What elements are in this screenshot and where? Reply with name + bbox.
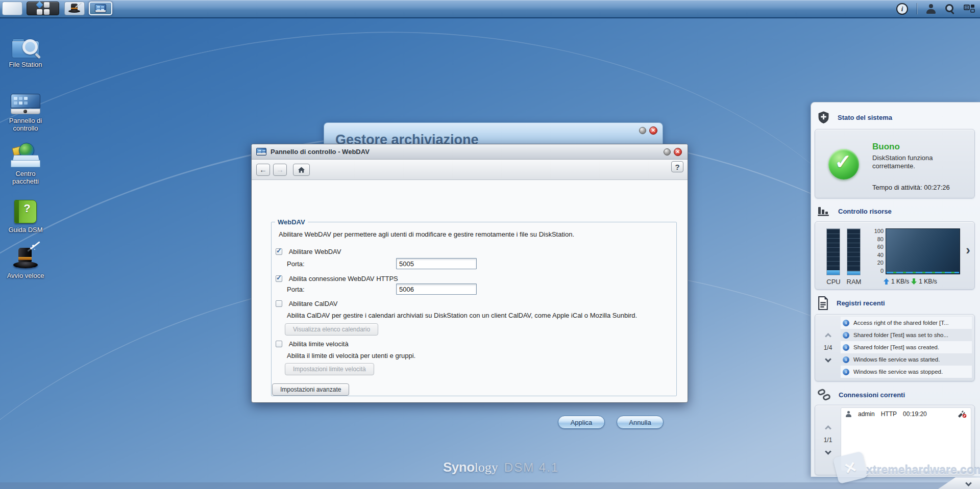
background-bottom-band (0, 482, 980, 489)
page-up-chevron[interactable] (825, 425, 831, 432)
status-text: Buono (872, 142, 900, 152)
desktop-icon-label: Pannello di controllo (2, 117, 49, 132)
back-button[interactable]: ← (256, 164, 270, 176)
info-icon: i (843, 320, 849, 326)
page-down-chevron[interactable] (825, 448, 831, 455)
apply-button[interactable]: Applica (558, 416, 605, 429)
logs-pagination: 1/4 (818, 315, 838, 381)
pilot-view-icon[interactable] (964, 4, 975, 13)
info-icon[interactable]: i (896, 3, 908, 15)
webdav-section: WebDAV Abilitare WebDAV per permettere a… (271, 222, 677, 396)
enable-caldav-checkbox[interactable] (276, 300, 282, 307)
log-row[interactable]: iShared folder [Test] was set to sho... (841, 329, 972, 341)
page-up-chevron[interactable] (825, 333, 831, 340)
control-panel-icon (256, 148, 266, 156)
magic-hat-icon (68, 3, 81, 14)
log-row[interactable]: iAccess right of the shared folder [T... (841, 317, 972, 329)
close-button[interactable]: ✕ (649, 126, 657, 135)
speed-limit-settings-button[interactable]: Impostazioni limite velocità (285, 363, 374, 375)
widget-title: Registri recenti (837, 299, 885, 307)
info-icon: i (843, 344, 849, 351)
disconnect-icon[interactable] (957, 410, 967, 418)
desktop: SynologyDSM 4.1 i (0, 0, 980, 489)
control-panel-icon (95, 4, 106, 13)
enable-webdav-checkbox[interactable] (276, 248, 282, 255)
advanced-settings-button[interactable]: Impostazioni avanzate (272, 383, 349, 396)
show-desktop-button[interactable] (2, 2, 22, 15)
user-account-icon[interactable] (926, 4, 936, 14)
desktop-icon-label: File Station (2, 61, 49, 68)
info-icon: i (843, 369, 849, 375)
https-port-input[interactable] (396, 284, 477, 295)
ram-meter (847, 228, 861, 275)
log-row[interactable]: iShared folder [Test] was created. (841, 341, 972, 353)
minimize-button[interactable] (639, 127, 646, 134)
home-icon (298, 166, 305, 173)
resource-monitor-header: Controllo risorse (817, 204, 892, 218)
desktop-icon-quick-start[interactable]: Avvio veloce (2, 243, 49, 279)
webdav-dialog: Pannello di controllo - WebDAV ✕ ← → ? W… (251, 144, 688, 403)
view-calendar-list-button[interactable]: Visualizza elenco calendario (285, 323, 378, 336)
help-button[interactable]: ? (671, 161, 683, 172)
log-row[interactable]: iWindows file service was stopped. (841, 366, 972, 378)
connection-row[interactable]: admin HTTP 00:19:20 (841, 408, 971, 420)
taskbar: i (0, 0, 980, 18)
network-graph (886, 228, 960, 274)
home-button[interactable] (293, 164, 310, 176)
search-icon[interactable] (945, 4, 955, 14)
cpu-label: CPU (825, 278, 842, 286)
webdav-port-input[interactable] (396, 258, 477, 269)
quick-launch-button[interactable] (64, 2, 85, 15)
recent-logs-header: Registri recenti (817, 296, 885, 310)
page-indicator: 1/1 (824, 436, 832, 444)
webdav-intro-text: Abilitare WebDAV per permettere agli ute… (279, 230, 574, 238)
log-text: Access right of the shared folder [T... (853, 320, 949, 326)
desktop-icon-package-center[interactable]: Centro pacchetti (2, 141, 49, 185)
connection-user: admin (858, 410, 875, 418)
info-icon: i (843, 332, 849, 339)
file-station-icon (2, 32, 49, 58)
recent-logs-panel: 1/4 iAccess right of the shared folder [… (815, 314, 975, 381)
forward-button[interactable]: → (273, 164, 287, 176)
main-menu-button[interactable] (27, 2, 59, 15)
enable-speed-limit-checkbox[interactable] (276, 341, 282, 347)
user-icon (845, 411, 852, 418)
widget-sidebar: Stato del sistema Buono DiskStation funz… (811, 102, 980, 477)
enable-speed-limit-label: Abilita limite velocità (289, 340, 349, 348)
system-status-panel: Buono DiskStation funziona correttamente… (815, 129, 975, 198)
log-text: Shared folder [Test] was set to sho... (853, 332, 948, 338)
cancel-button[interactable]: Annulla (617, 416, 664, 429)
cpu-meter (826, 228, 840, 275)
port-label: Porta: (287, 286, 305, 293)
desktop-icon-file-station[interactable]: File Station (2, 32, 49, 68)
dialog-titlebar[interactable]: Pannello di controllo - WebDAV ✕ (252, 144, 688, 160)
log-text: Windows file service was stopped. (853, 369, 943, 375)
enable-https-checkbox[interactable] (276, 275, 282, 282)
close-button[interactable]: ✕ (674, 148, 682, 156)
desktop-icon-label: Avvio veloce (2, 272, 49, 279)
storage-manager-window[interactable]: Gestore archiviazione ✕ (324, 122, 663, 144)
status-ok-icon (828, 149, 859, 179)
desktop-icon-dsm-help[interactable]: Guida DSM (2, 197, 49, 234)
dsm-help-icon (2, 197, 49, 223)
taskbar-control-panel-task[interactable] (89, 2, 112, 15)
network-speed: 1 KB/s 1 KB/s (884, 278, 937, 285)
ram-label: RAM (845, 278, 863, 286)
network-axis: 100 80 60 40 20 0 (869, 228, 884, 274)
desktop-icon-control-panel[interactable]: Pannello di controllo (2, 88, 49, 132)
connection-protocol: HTTP (881, 410, 897, 418)
widget-title: Stato del sistema (838, 114, 892, 121)
minimize-button[interactable] (664, 148, 671, 156)
port-label: Porta: (287, 260, 305, 268)
upload-speed: 1 KB/s (891, 278, 909, 285)
brand-text-bold: Syno (443, 459, 475, 475)
page-down-chevron[interactable] (825, 356, 831, 363)
enable-https-label: Abilita connessione WebDAV HTTPS (289, 275, 398, 282)
download-speed: 1 KB/s (919, 278, 937, 285)
log-row[interactable]: iWindows file service was started. (841, 353, 972, 366)
connection-time: 00:19:20 (903, 410, 927, 418)
log-list: iAccess right of the shared folder [T...… (841, 317, 972, 378)
enable-caldav-label: Abilitare CalDAV (289, 300, 338, 307)
resource-monitor-expand-chevron[interactable]: › (966, 243, 970, 256)
shield-icon (817, 111, 830, 124)
